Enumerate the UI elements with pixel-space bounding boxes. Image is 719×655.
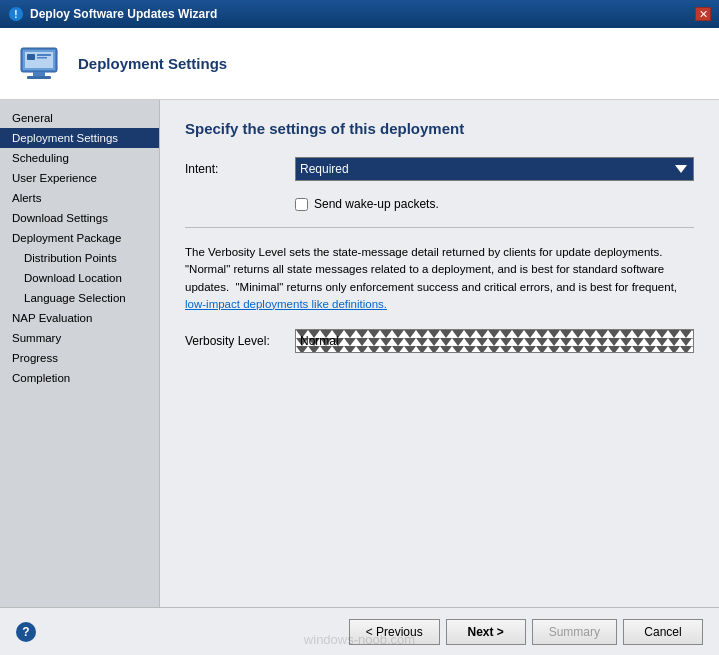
svg-rect-7: [27, 54, 35, 60]
intent-row: Intent: Required Available: [185, 157, 694, 181]
title-bar: ! Deploy Software Updates Wizard ✕: [0, 0, 719, 28]
intent-control: Required Available: [295, 157, 694, 181]
sidebar-item-download-settings[interactable]: Download Settings: [0, 208, 159, 228]
svg-rect-4: [33, 72, 45, 76]
sidebar-item-summary[interactable]: Summary: [0, 328, 159, 348]
content-area: Specify the settings of this deployment …: [160, 100, 719, 607]
sidebar-item-download-location[interactable]: Download Location: [0, 268, 159, 288]
wizard-icon: !: [8, 6, 24, 22]
dialog: Deployment Settings General Deployment S…: [0, 28, 719, 655]
svg-rect-8: [37, 54, 51, 56]
svg-rect-5: [27, 76, 51, 79]
header-title: Deployment Settings: [78, 55, 227, 72]
title-bar-text: Deploy Software Updates Wizard: [30, 7, 695, 21]
sidebar-item-alerts[interactable]: Alerts: [0, 188, 159, 208]
previous-button[interactable]: < Previous: [349, 619, 440, 645]
dialog-footer: ? < Previous Next > Summary Cancel: [0, 607, 719, 655]
help-button[interactable]: ?: [16, 622, 36, 642]
intent-label: Intent:: [185, 162, 295, 176]
verbosity-row: Verbosity Level: Normal Minimal: [185, 329, 694, 353]
verbosity-label: Verbosity Level:: [185, 334, 295, 348]
info-text: The Verbosity Level sets the state-messa…: [185, 244, 694, 313]
info-link[interactable]: low-impact deployments like definitions.: [185, 298, 387, 310]
cancel-button[interactable]: Cancel: [623, 619, 703, 645]
wakeup-checkbox[interactable]: [295, 198, 308, 211]
sidebar-item-progress[interactable]: Progress: [0, 348, 159, 368]
footer-left: ?: [16, 622, 343, 642]
next-button[interactable]: Next >: [446, 619, 526, 645]
wakeup-label: Send wake-up packets.: [314, 197, 439, 211]
sidebar-item-distribution-points[interactable]: Distribution Points: [0, 248, 159, 268]
divider: [185, 227, 694, 228]
svg-text:!: !: [14, 9, 17, 20]
sidebar-item-language-selection[interactable]: Language Selection: [0, 288, 159, 308]
verbosity-control: Normal Minimal: [295, 329, 694, 353]
close-button[interactable]: ✕: [695, 7, 711, 21]
verbosity-select[interactable]: Normal Minimal: [295, 329, 694, 353]
wakeup-row: Send wake-up packets.: [295, 197, 694, 211]
sidebar-item-general[interactable]: General: [0, 108, 159, 128]
sidebar-item-deployment-package[interactable]: Deployment Package: [0, 228, 159, 248]
sidebar-item-nap-evaluation[interactable]: NAP Evaluation: [0, 308, 159, 328]
content-title: Specify the settings of this deployment: [185, 120, 694, 137]
summary-button[interactable]: Summary: [532, 619, 617, 645]
sidebar-item-scheduling[interactable]: Scheduling: [0, 148, 159, 168]
deployment-icon: [15, 40, 63, 88]
dialog-header: Deployment Settings: [0, 28, 719, 100]
dialog-body: General Deployment Settings Scheduling U…: [0, 100, 719, 607]
sidebar-item-user-experience[interactable]: User Experience: [0, 168, 159, 188]
sidebar-item-deployment-settings[interactable]: Deployment Settings: [0, 128, 159, 148]
svg-rect-9: [37, 57, 47, 59]
intent-select[interactable]: Required Available: [295, 157, 694, 181]
sidebar: General Deployment Settings Scheduling U…: [0, 100, 160, 607]
sidebar-item-completion[interactable]: Completion: [0, 368, 159, 388]
